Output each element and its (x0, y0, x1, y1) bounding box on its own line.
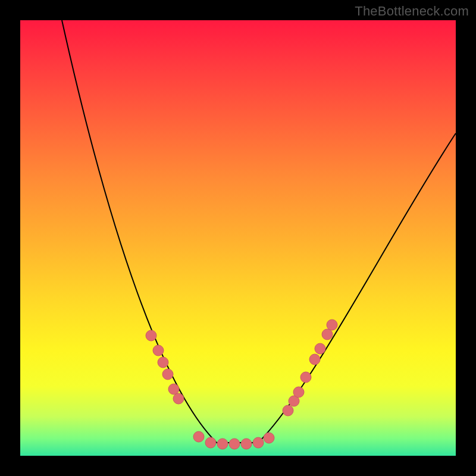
data-marker (322, 329, 333, 340)
data-marker (241, 439, 252, 449)
data-marker (158, 357, 168, 368)
data-marker (253, 437, 264, 448)
data-marker (168, 384, 179, 394)
data-marker (264, 433, 274, 443)
chart-frame: TheBottleneck.com (0, 0, 476, 476)
data-marker (173, 393, 184, 404)
data-marker (293, 387, 304, 397)
markers-group (146, 320, 337, 449)
data-marker (205, 437, 216, 448)
watermark-text: TheBottleneck.com (355, 4, 469, 19)
data-marker (309, 354, 320, 365)
data-marker (217, 439, 228, 449)
data-marker (146, 330, 156, 341)
data-marker (229, 439, 240, 449)
data-marker (193, 431, 204, 442)
data-marker (162, 369, 173, 380)
bottleneck-curve (62, 20, 456, 443)
chart-svg (20, 20, 456, 456)
data-marker (300, 372, 311, 383)
plot-area (20, 20, 456, 456)
data-marker (315, 343, 325, 354)
data-marker (153, 345, 164, 356)
data-marker (327, 320, 337, 330)
data-marker (283, 405, 293, 416)
